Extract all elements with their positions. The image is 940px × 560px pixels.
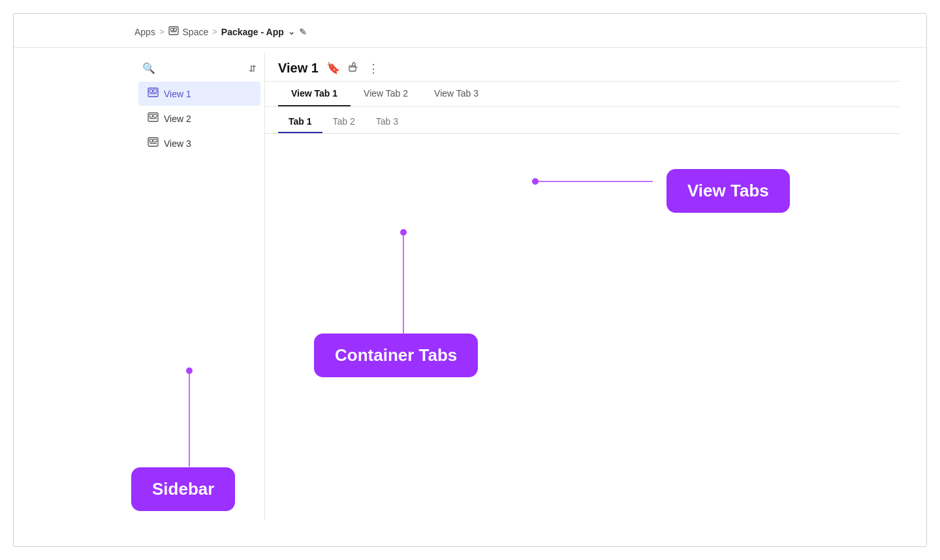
bookmark-icon[interactable]: 🔖: [326, 61, 340, 75]
container-tab-2[interactable]: Tab 2: [322, 111, 366, 133]
breadcrumb-sep2: >: [212, 27, 217, 37]
svg-rect-13: [149, 140, 153, 142]
breadcrumb-space[interactable]: Space: [183, 27, 209, 37]
app-container: Apps > Space > Package - App ⌄ ✎ 🔍 ⇵: [13, 13, 927, 547]
sidebar-item-view3[interactable]: View 3: [138, 131, 260, 155]
svg-rect-15: [153, 140, 157, 142]
view3-icon: [148, 136, 159, 150]
more-options-icon[interactable]: ⋮: [368, 61, 380, 76]
breadcrumb-package-label: Package - App: [221, 27, 284, 37]
main-area: 🔍 ⇵ View 1: [134, 53, 900, 520]
svg-rect-1: [170, 29, 173, 31]
breadcrumb-apps[interactable]: Apps: [134, 27, 155, 37]
view-tab-3[interactable]: View Tab 3: [421, 82, 492, 106]
chevron-down-icon[interactable]: ⌄: [288, 27, 295, 37]
container-tabs: Tab 1 Tab 2 Tab 3: [265, 107, 900, 134]
view-title: View 1: [278, 61, 319, 76]
svg-rect-16: [349, 66, 356, 71]
space-icon: [168, 25, 179, 38]
svg-rect-2: [170, 31, 176, 32]
share-icon[interactable]: [348, 61, 360, 76]
view1-icon: [148, 87, 159, 101]
sidebar-toolbar: 🔍 ⇵: [134, 58, 264, 81]
container-tab-1[interactable]: Tab 1: [278, 111, 322, 133]
sidebar-item-view2[interactable]: View 2: [138, 106, 260, 131]
breadcrumb-sep1: >: [159, 27, 164, 37]
search-icon[interactable]: 🔍: [142, 62, 155, 74]
sidebar-item-view3-label: View 3: [164, 138, 191, 149]
container-tab-3[interactable]: Tab 3: [366, 111, 409, 133]
edit-icon[interactable]: ✎: [299, 27, 307, 37]
breadcrumb: Apps > Space > Package - App ⌄ ✎: [14, 14, 926, 48]
sidebar-item-view1-label: View 1: [164, 89, 191, 99]
sidebar-item-view1[interactable]: View 1: [138, 82, 260, 106]
svg-rect-3: [174, 29, 176, 31]
svg-rect-10: [149, 118, 157, 119]
sidebar: 🔍 ⇵ View 1: [134, 53, 265, 520]
view-header: View 1 🔖 ⋮: [265, 53, 900, 82]
view-tab-2[interactable]: View Tab 2: [351, 82, 421, 106]
svg-rect-11: [153, 115, 157, 117]
view2-icon: [148, 112, 159, 125]
sidebar-item-view2-label: View 2: [164, 114, 191, 124]
view-tab-1[interactable]: View Tab 1: [278, 82, 351, 106]
svg-rect-9: [149, 115, 153, 117]
breadcrumb-current: Package - App ⌄ ✎: [221, 27, 307, 37]
svg-rect-5: [149, 90, 153, 93]
sort-icon[interactable]: ⇵: [249, 63, 257, 74]
svg-rect-14: [149, 143, 157, 144]
svg-rect-7: [153, 90, 157, 93]
content-area: View 1 🔖 ⋮ View Tab 1 View Tab 2: [265, 53, 900, 520]
view-tabs: View Tab 1 View Tab 2 View Tab 3: [265, 82, 900, 107]
svg-rect-6: [149, 93, 157, 94]
